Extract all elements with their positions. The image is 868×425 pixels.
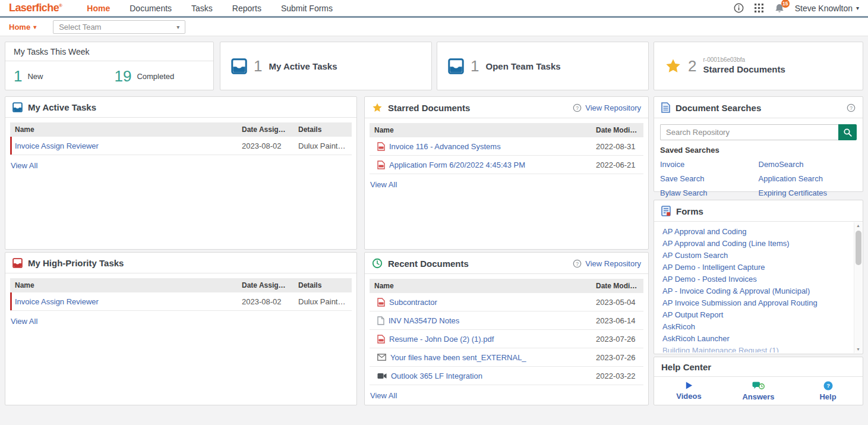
table-row[interactable]: Outlook 365 LF Integration 2022-03-22 [370, 367, 643, 385]
form-link[interactable]: AP Custom Search [662, 250, 847, 262]
task-link[interactable]: Invoice Assign Reviewer [15, 141, 99, 150]
team-select-dropdown[interactable]: Select Team ▾ [53, 20, 185, 34]
help-circle-icon[interactable]: ? [573, 259, 582, 268]
document-link[interactable]: Outlook 365 LF Integration [391, 372, 482, 380]
help-circle-icon[interactable]: ? [573, 103, 582, 112]
play-icon [684, 381, 693, 390]
repository-id: r-0001b6e03bfa [703, 56, 785, 64]
saved-search-link[interactable]: Save Search [660, 174, 759, 183]
table-row[interactable]: Invoice Assign Reviewer 2023-08-02 Dulux… [10, 137, 352, 155]
saved-search-link[interactable]: Expiring Certificates [759, 188, 857, 197]
breadcrumb-home-dropdown[interactable]: Home ▾ [9, 23, 36, 32]
table-row[interactable]: INV NA3547D Notes 2023-06-14 [370, 311, 643, 330]
table-row[interactable]: Invoice 116 - Advanced Systems 2022-08-3… [370, 137, 643, 156]
form-link[interactable]: AP Invoice Submission and Approval Routi… [662, 297, 847, 309]
task-details: Dulux Paints I... [293, 141, 352, 150]
view-repository-link[interactable]: View Repository [585, 103, 641, 112]
saved-search-link[interactable]: Invoice [660, 160, 759, 169]
svg-text:?: ? [850, 105, 853, 111]
nav-item-submit-forms[interactable]: Submit Forms [281, 4, 333, 13]
app-grid-icon[interactable] [754, 3, 764, 13]
table-header: Name Date Modified [370, 279, 643, 293]
table-row[interactable]: Resume - John Doe (2) (1).pdf 2023-07-26 [370, 330, 643, 348]
panel-title: Recent Documents [388, 259, 469, 269]
form-link[interactable]: AskRicoh Launcher [662, 333, 847, 345]
help-center-videos[interactable]: Videos [654, 381, 724, 401]
form-link[interactable]: AskRicoh [662, 321, 847, 333]
search-button[interactable] [838, 124, 857, 140]
team-select-placeholder: Select Team [59, 23, 101, 32]
date-modified: 2023-07-26 [591, 353, 643, 362]
card-starred-documents[interactable]: 2 r-0001b6e03bfa Starred Documents [654, 42, 863, 90]
sub-nav-bar: Home ▾ Select Team ▾ [0, 18, 868, 36]
panel-title: My High-Priority Tasks [28, 258, 124, 268]
nav-item-tasks[interactable]: Tasks [191, 4, 213, 13]
document-link[interactable]: Your files have been sent_EXTERNAL_ [390, 353, 526, 362]
user-menu[interactable]: Steve Knowlton ▾ [795, 4, 859, 13]
panel-help-center: Help Center Videos Answers [654, 357, 863, 405]
form-link[interactable]: AP Approval and Coding (Line Items) [662, 238, 847, 250]
view-all-link[interactable]: View All [370, 180, 397, 189]
saved-search-link[interactable]: Bylaw Search [660, 188, 759, 197]
card-my-active-tasks[interactable]: 1 My Active Tasks [220, 42, 432, 90]
document-link[interactable]: Application Form 6/20/2022 4:45:43 PM [389, 160, 525, 169]
form-link[interactable]: AP - Invoice Coding & Approval (Municipa… [662, 285, 847, 297]
view-all-link[interactable]: View All [11, 161, 37, 170]
scrollbar-thumb[interactable] [856, 231, 861, 265]
date-modified: 2022-03-22 [591, 372, 643, 380]
notifications-bell-icon[interactable]: 15 [774, 3, 785, 14]
document-link[interactable]: INV NA3547D Notes [389, 316, 459, 325]
scrollbar-track[interactable] [854, 229, 862, 346]
panel-title: Document Searches [676, 103, 761, 113]
card-open-team-tasks[interactable]: 1 Open Team Tasks [437, 42, 649, 90]
help-circle-icon[interactable]: ? [847, 103, 856, 112]
scroll-up-icon[interactable]: ▲ [856, 222, 860, 229]
saved-search-link[interactable]: DemoSearch [759, 160, 857, 169]
task-link[interactable]: Invoice Assign Reviewer [15, 297, 99, 306]
task-tray-icon [231, 58, 247, 74]
date-modified: 2022-06-21 [591, 160, 643, 169]
table-row[interactable]: Application Form 6/20/2022 4:45:43 PM 20… [370, 156, 643, 174]
notification-badge: 15 [781, 0, 790, 8]
help-icon: ? [823, 381, 833, 391]
active-tasks-count: 1 [254, 57, 262, 75]
table-header: Name Date Assigned Details [10, 122, 352, 137]
form-link[interactable]: Building Maintenance Request (1) [662, 345, 847, 352]
nav-item-home[interactable]: Home [87, 4, 110, 13]
document-link[interactable]: Invoice 116 - Advanced Systems [389, 142, 501, 151]
scroll-down-icon[interactable]: ▼ [856, 346, 860, 353]
form-link[interactable]: AP Output Report [662, 309, 847, 321]
form-link[interactable]: AP Approval and Coding [662, 226, 847, 238]
document-search-icon [661, 102, 670, 113]
pdf-icon [377, 298, 385, 307]
form-link[interactable]: AP Demo - Posted Invoices [662, 273, 847, 285]
table-row[interactable]: Subcontractor 2023-05-04 [370, 293, 643, 311]
panel-title: Forms [676, 206, 703, 216]
document-link[interactable]: Resume - John Doe (2) (1).pdf [389, 335, 494, 344]
view-repository-link[interactable]: View Repository [585, 259, 641, 268]
table-row[interactable]: Invoice Assign Reviewer 2023-08-02 Dulux… [10, 292, 352, 311]
nav-item-reports[interactable]: Reports [232, 4, 261, 13]
document-link[interactable]: Subcontractor [389, 298, 437, 307]
help-center-help[interactable]: ? Help [793, 381, 863, 401]
date-modified: 2023-05-04 [591, 298, 643, 307]
card-label: My Active Tasks [269, 61, 337, 71]
view-all-link[interactable]: View All [370, 391, 397, 400]
view-all-link[interactable]: View All [11, 317, 37, 326]
chevron-down-icon: ▾ [856, 5, 859, 11]
top-nav-bar: Laserfiche® Home Documents Tasks Reports… [0, 0, 868, 18]
star-icon [665, 58, 681, 74]
help-center-answers[interactable]: Answers [724, 381, 793, 401]
scrollbar[interactable]: ▲ ▼ [854, 222, 862, 353]
table-row[interactable]: Your files have been sent_EXTERNAL_ 2023… [370, 348, 643, 367]
nav-item-documents[interactable]: Documents [130, 4, 172, 13]
table-header: Name Date Assigned Details [10, 278, 352, 292]
laserfiche-logo[interactable]: Laserfiche® [9, 2, 62, 14]
form-link[interactable]: AP Demo - Intelligent Capture [662, 262, 847, 273]
chevron-down-icon: ▾ [176, 24, 179, 30]
search-repository-input[interactable] [660, 124, 838, 140]
panel-my-active-tasks: My Active Tasks Name Date Assigned Detai… [5, 96, 357, 250]
info-icon[interactable] [734, 3, 744, 13]
saved-search-link[interactable]: Application Search [759, 174, 857, 183]
panel-title: Starred Documents [388, 103, 470, 113]
